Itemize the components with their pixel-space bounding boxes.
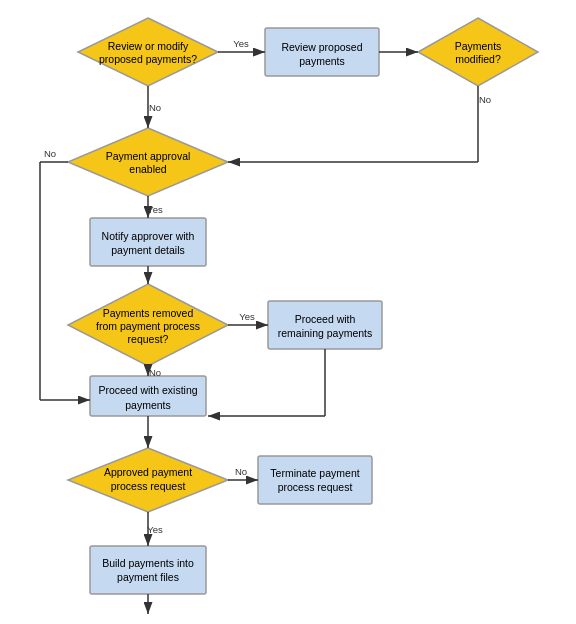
build-payments-label-2: payment files [117, 571, 179, 583]
approved-payment-label-2: process request [111, 480, 186, 492]
label-yes-removed: Yes [239, 311, 255, 322]
notify-approver-label-1: Notify approver with [102, 230, 195, 242]
terminate-payment-label-1: Terminate payment [270, 467, 359, 479]
label-no-approval: No [44, 148, 56, 159]
payments-removed-label-1: Payments removed [103, 307, 194, 319]
review-proposed-label-2: payments [299, 55, 345, 67]
review-proposed-label-1: Review proposed [281, 41, 362, 53]
proceed-remaining-label-1: Proceed with [295, 313, 356, 325]
label-no-modified: No [479, 94, 491, 105]
label-no-removed: No [149, 367, 161, 378]
label-yes-1: Yes [233, 38, 249, 49]
payments-removed-label-3: request? [128, 333, 169, 345]
label-no-approved: No [235, 466, 247, 477]
label-yes-approved: Yes [147, 524, 163, 535]
flowchart-canvas: Review or modify proposed payments? Revi… [0, 0, 576, 624]
payments-modified-label-1: Payments [455, 40, 502, 52]
label-yes-approval: Yes [147, 204, 163, 215]
proceed-existing-label-1: Proceed with existing [98, 384, 197, 396]
proceed-remaining-rect [268, 301, 382, 349]
label-no-1: No [149, 102, 161, 113]
proceed-existing-label-2: payments [125, 399, 171, 411]
review-modify-label-2: proposed payments? [99, 53, 197, 65]
payments-removed-label-2: from payment process [96, 320, 200, 332]
review-modify-label-1: Review or modify [108, 40, 189, 52]
terminate-payment-label-2: process request [278, 481, 353, 493]
notify-approver-rect [90, 218, 206, 266]
payment-approval-label-2: enabled [129, 163, 167, 175]
payment-approval-label-1: Payment approval [106, 150, 191, 162]
build-payments-label-1: Build payments into [102, 557, 194, 569]
approved-payment-label-1: Approved payment [104, 466, 192, 478]
notify-approver-label-2: payment details [111, 244, 185, 256]
payments-modified-label-2: modified? [455, 53, 501, 65]
proceed-remaining-label-2: remaining payments [278, 327, 373, 339]
